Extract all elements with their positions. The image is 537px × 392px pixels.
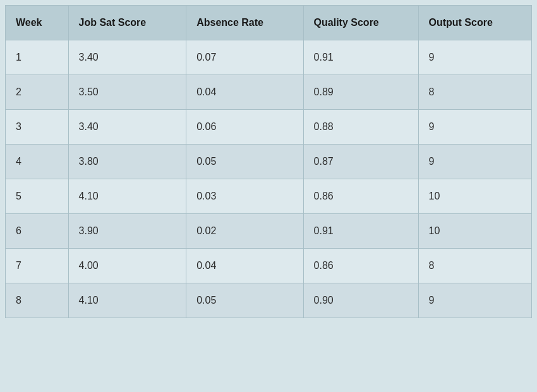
header-quality-score: Quality Score xyxy=(303,6,418,40)
table-row: 23.500.040.898 xyxy=(6,75,532,110)
data-table: Week Job Sat Score Absence Rate Quality … xyxy=(5,5,532,318)
cell-quality: 0.86 xyxy=(303,249,418,283)
cell-week: 5 xyxy=(6,179,69,214)
cell-quality: 0.89 xyxy=(303,75,418,110)
cell-absence: 0.07 xyxy=(186,40,303,75)
cell-week: 7 xyxy=(6,249,69,283)
cell-week: 8 xyxy=(6,283,69,318)
cell-absence: 0.06 xyxy=(186,110,303,145)
table-row: 54.100.030.8610 xyxy=(6,179,532,214)
cell-absence: 0.04 xyxy=(186,249,303,283)
cell-quality: 0.90 xyxy=(303,283,418,318)
table-row: 33.400.060.889 xyxy=(6,110,532,145)
header-output-score: Output Score xyxy=(418,6,532,40)
header-week: Week xyxy=(6,6,69,40)
header-absence-rate: Absence Rate xyxy=(186,6,303,40)
cell-output: 10 xyxy=(418,214,532,249)
cell-output: 9 xyxy=(418,283,532,318)
data-table-wrapper: Week Job Sat Score Absence Rate Quality … xyxy=(5,5,532,318)
cell-quality: 0.86 xyxy=(303,179,418,214)
table-header-row: Week Job Sat Score Absence Rate Quality … xyxy=(6,6,532,40)
cell-job-sat: 4.10 xyxy=(68,179,186,214)
cell-output: 9 xyxy=(418,110,532,145)
cell-week: 2 xyxy=(6,75,69,110)
cell-absence: 0.02 xyxy=(186,214,303,249)
cell-absence: 0.04 xyxy=(186,75,303,110)
cell-job-sat: 3.80 xyxy=(68,145,186,179)
table-row: 63.900.020.9110 xyxy=(6,214,532,249)
cell-absence: 0.05 xyxy=(186,145,303,179)
cell-quality: 0.91 xyxy=(303,214,418,249)
cell-quality: 0.87 xyxy=(303,145,418,179)
cell-output: 8 xyxy=(418,249,532,283)
cell-quality: 0.91 xyxy=(303,40,418,75)
cell-absence: 0.03 xyxy=(186,179,303,214)
cell-week: 4 xyxy=(6,145,69,179)
table-row: 74.000.040.868 xyxy=(6,249,532,283)
table-row: 43.800.050.879 xyxy=(6,145,532,179)
cell-quality: 0.88 xyxy=(303,110,418,145)
cell-week: 1 xyxy=(6,40,69,75)
cell-job-sat: 3.40 xyxy=(68,40,186,75)
cell-absence: 0.05 xyxy=(186,283,303,318)
cell-week: 3 xyxy=(6,110,69,145)
cell-job-sat: 4.10 xyxy=(68,283,186,318)
cell-output: 9 xyxy=(418,145,532,179)
table-row: 13.400.070.919 xyxy=(6,40,532,75)
cell-job-sat: 3.90 xyxy=(68,214,186,249)
table-row: 84.100.050.909 xyxy=(6,283,532,318)
cell-output: 9 xyxy=(418,40,532,75)
cell-job-sat: 4.00 xyxy=(68,249,186,283)
cell-week: 6 xyxy=(6,214,69,249)
cell-output: 8 xyxy=(418,75,532,110)
cell-job-sat: 3.50 xyxy=(68,75,186,110)
cell-output: 10 xyxy=(418,179,532,214)
header-job-sat-score: Job Sat Score xyxy=(68,6,186,40)
cell-job-sat: 3.40 xyxy=(68,110,186,145)
